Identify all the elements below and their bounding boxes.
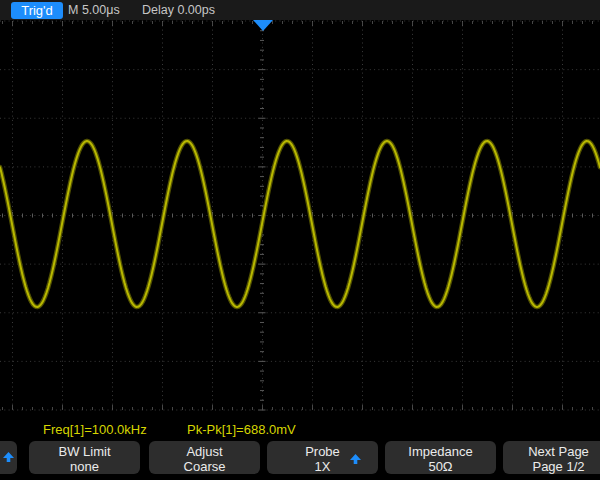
menu-collapse-button[interactable]: [0, 441, 17, 474]
softkey-value: Page 1/2: [503, 459, 600, 474]
softkey-title: Adjust: [149, 444, 260, 459]
softkey-value: 1X: [267, 459, 378, 474]
oscilloscope-screen: Trig'd M 5.00μs Delay 0.00ps Freq[1]=100…: [0, 0, 600, 480]
softkey-menu: BW Limit none Adjust Coarse Probe 1X Imp…: [0, 441, 600, 475]
up-arrow-icon: [3, 452, 14, 462]
softkey-next-page[interactable]: Next Page Page 1/2: [503, 441, 600, 474]
softkey-adjust[interactable]: Adjust Coarse: [149, 441, 260, 474]
trigger-status-badge: Trig'd: [11, 2, 63, 19]
softkey-title: Impedance: [385, 444, 496, 459]
trigger-delay-label: Delay 0.00ps: [142, 3, 215, 17]
softkey-title: Probe: [267, 444, 378, 459]
softkey-value: Coarse: [149, 459, 260, 474]
softkey-probe[interactable]: Probe 1X: [267, 441, 378, 474]
softkey-impedance[interactable]: Impedance 50Ω: [385, 441, 496, 474]
softkey-value: none: [29, 459, 140, 474]
softkey-bw-limit[interactable]: BW Limit none: [29, 441, 140, 474]
popup-up-arrow-icon: [350, 454, 361, 464]
softkey-value: 50Ω: [385, 459, 496, 474]
measurement-peak-to-peak: Pk-Pk[1]=688.0mV: [187, 422, 296, 437]
status-bar: Trig'd M 5.00μs Delay 0.00ps: [0, 0, 600, 20]
softkey-title: Next Page: [503, 444, 600, 459]
graticule-and-waveform-canvas: [0, 0, 600, 480]
measurement-frequency: Freq[1]=100.0kHz: [43, 422, 147, 437]
trigger-position-marker[interactable]: [253, 20, 273, 31]
timebase-label: M 5.00μs: [68, 3, 120, 17]
softkey-title: BW Limit: [29, 444, 140, 459]
